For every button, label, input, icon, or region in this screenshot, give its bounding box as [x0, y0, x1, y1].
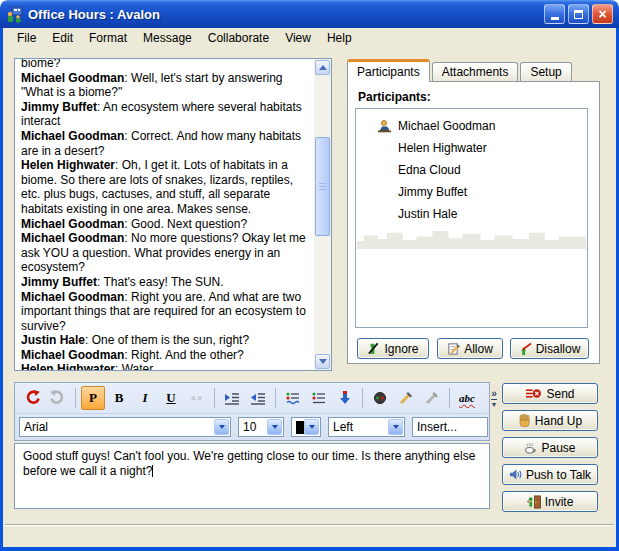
chevron-down-icon[interactable] [214, 419, 229, 435]
font-select-value: Arial [24, 420, 48, 434]
close-icon: × [598, 7, 606, 21]
spell-check-button[interactable]: abc [455, 386, 479, 410]
insert-combo[interactable]: Insert... [412, 417, 488, 437]
participant-name: Michael Goodman [398, 119, 495, 133]
eyedropper-button[interactable] [394, 386, 418, 410]
redo-icon [50, 390, 66, 406]
allow-button[interactable]: Allow [437, 338, 503, 359]
message-input[interactable]: Good stuff guys! Can't fool you. We're g… [14, 443, 490, 509]
send-button[interactable]: Send [502, 383, 598, 404]
chevron-down-icon[interactable] [304, 419, 319, 435]
indent-decrease-button[interactable] [246, 386, 270, 410]
toolbar-separator [275, 388, 276, 408]
move-down-button[interactable] [333, 386, 357, 410]
titlebar[interactable]: Office Hours : Avalon × [0, 0, 619, 28]
minimize-button[interactable] [544, 4, 565, 24]
participant-name: Jimmy Buffet [398, 185, 467, 199]
menu-item[interactable]: File [9, 29, 44, 48]
composer-toolbar: P B I U «» [14, 382, 490, 441]
participant-row[interactable]: Michael Goodman [356, 115, 587, 137]
toolbar-separator [449, 388, 450, 408]
chat-message: Michael Goodman: No more questions? Okay… [21, 231, 310, 275]
invite-button[interactable]: Invite [502, 491, 598, 512]
participant-row[interactable]: Justin Hale [356, 203, 587, 225]
participants-tab-page: Participants: Michael Goodman [347, 81, 600, 364]
format-painter-icon [424, 390, 440, 406]
chat-message: Jimmy Buffet: That's easy! The SUN. [21, 275, 310, 290]
speaking-icon [376, 207, 394, 221]
chevron-down-icon[interactable] [267, 419, 282, 435]
chevron-down-icon[interactable] [388, 419, 403, 435]
menu-item[interactable]: View [277, 29, 319, 48]
participant-row[interactable]: Edna Cloud [356, 159, 587, 181]
undo-button[interactable] [20, 386, 44, 410]
menu-item[interactable]: Help [319, 29, 360, 48]
chat-message: Jimmy Buffet: An ecosystem where several… [21, 100, 310, 129]
disallow-button[interactable]: Disallow [510, 338, 589, 359]
menu-item[interactable]: Collaborate [200, 29, 277, 48]
message-text: biome? [21, 59, 60, 70]
paragraph-button[interactable]: P [81, 386, 105, 410]
spell-check-icon: abc [459, 393, 475, 404]
hand-up-button[interactable]: Hand Up [502, 410, 598, 431]
send-icon [525, 387, 542, 400]
tab[interactable]: Participants [347, 59, 430, 82]
chat-message: Justin Hale: One of them is the sun, rig… [21, 333, 310, 348]
push-to-talk-label: Push to Talk [526, 468, 591, 482]
speaker-name: Helen Highwater [21, 362, 115, 370]
speaker-name: Michael Goodman [21, 71, 124, 85]
scroll-up-button[interactable] [315, 60, 330, 75]
chat-message: Michael Goodman: Well, let's start by an… [21, 71, 310, 100]
list-plain-button[interactable] [307, 386, 331, 410]
tab[interactable]: Setup [520, 62, 571, 81]
pause-button[interactable]: Pause [502, 437, 598, 458]
participants-listbox[interactable]: Michael Goodman Helen Highwater [355, 108, 588, 328]
message-text: Right. And the other? [131, 348, 244, 362]
participant-row[interactable]: Jimmy Buffet [356, 181, 587, 203]
chat-message: Michael Goodman: Good. Next question? [21, 217, 310, 232]
invite-label: Invite [545, 495, 574, 509]
scrollbar-thumb[interactable] [315, 137, 330, 237]
app-icon [6, 6, 23, 23]
symbols-button[interactable]: «» [185, 386, 209, 410]
chat-message: Helen Highwater: Water. [21, 362, 310, 370]
alignment-select[interactable]: Left [328, 417, 405, 437]
ignore-button[interactable]: Ignore [357, 338, 429, 359]
chat-message: Michael Goodman: Correct. And how many h… [21, 129, 310, 158]
format-painter-button[interactable] [420, 386, 444, 410]
indent-increase-icon [224, 390, 240, 406]
chat-message: Michael Goodman: Right. And the other? [21, 348, 310, 363]
status-dial-button[interactable] [368, 386, 392, 410]
message-input-text: Good stuff guys! Can't fool you. We're g… [23, 449, 475, 478]
toolbar-separator [75, 388, 76, 408]
hand-up-label: Hand Up [535, 414, 582, 428]
speaking-icon [376, 119, 394, 133]
redo-button[interactable] [46, 386, 70, 410]
close-button[interactable]: × [592, 4, 613, 24]
maximize-button[interactable] [568, 4, 589, 24]
bold-button[interactable]: B [107, 386, 131, 410]
menu-item[interactable]: Format [81, 29, 135, 48]
list-style-button[interactable] [281, 386, 305, 410]
menu-item[interactable]: Edit [44, 29, 81, 48]
font-size-select[interactable]: 10 [238, 417, 284, 437]
chat-transcript[interactable]: biome?Michael Goodman: Well, let's start… [14, 58, 332, 371]
italic-button[interactable]: I [133, 386, 157, 410]
indent-increase-button[interactable] [220, 386, 244, 410]
hand-icon [518, 414, 531, 427]
font-color-select[interactable] [291, 417, 321, 437]
participant-row[interactable]: Helen Highwater [356, 137, 587, 159]
font-select[interactable]: Arial [19, 417, 231, 437]
menu-item[interactable]: Message [135, 29, 200, 48]
participant-name: Justin Hale [398, 207, 457, 221]
underline-button[interactable]: U [159, 386, 183, 410]
insert-label: Insert... [417, 420, 457, 434]
text-caret [152, 465, 153, 477]
disallow-label: Disallow [536, 342, 581, 356]
push-to-talk-button[interactable]: Push to Talk [502, 464, 598, 485]
list-style-icon [285, 390, 301, 406]
transcript-scrollbar[interactable] [314, 59, 331, 370]
toolbar-separator [214, 388, 215, 408]
scroll-down-button[interactable] [315, 354, 330, 369]
tab[interactable]: Attachments [432, 62, 519, 81]
